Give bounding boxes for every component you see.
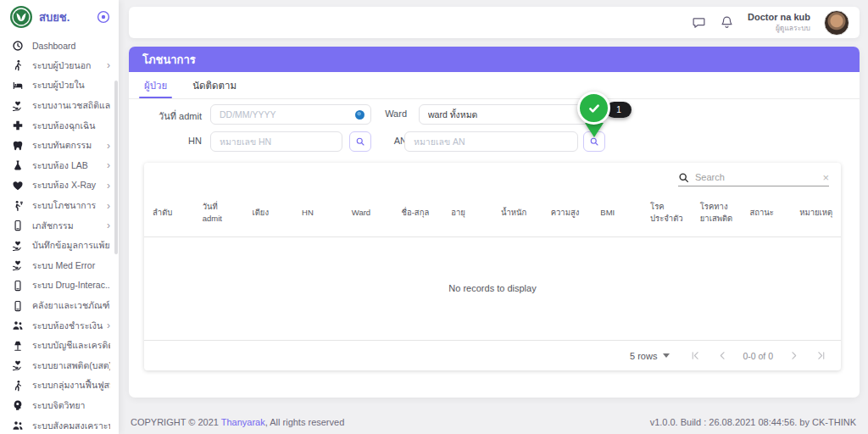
rows-per-page-dropdown[interactable]: 5 rows	[630, 351, 670, 361]
sidebar-toggle-icon[interactable]	[97, 10, 110, 24]
ward-label: Ward	[356, 108, 407, 119]
sidebar-item-label: ระบบโภชนาการ	[32, 198, 103, 213]
column-header: ลำดับ	[144, 190, 194, 236]
sidebar: สบยช. Dashboardระบบผู้ป่วยนอก›ระบบผู้ป่ว…	[0, 0, 119, 434]
admit-date-input[interactable]	[210, 104, 371, 125]
admit-date-label: วันที่ admit	[153, 108, 202, 124]
sidebar-item-social-work[interactable]: ระบบสังคมสงเคราะห์	[0, 415, 119, 434]
walk-icon	[12, 59, 25, 72]
user-avatar[interactable]	[824, 10, 849, 36]
food-icon	[12, 199, 25, 212]
sidebar-item-pharmacy[interactable]: เภสัชกรรม›	[0, 215, 119, 236]
tablet-icon	[12, 279, 25, 292]
topbar: Doctor na kub ผู้ดูแลระบบ	[129, 7, 860, 38]
table-search: ×	[678, 172, 829, 186]
sidebar-item-lab[interactable]: ระบบห้อง LAB›	[0, 156, 119, 176]
an-input[interactable]	[404, 131, 578, 152]
magnifier-icon	[589, 136, 599, 147]
column-header: เตียง	[243, 190, 293, 236]
hn-input[interactable]	[210, 131, 342, 152]
ward-select[interactable]	[419, 104, 599, 125]
user-menu[interactable]: Doctor na kub ผู้ดูแลระบบ	[748, 12, 810, 32]
sidebar-item-cashier[interactable]: ระบบห้องชำระเงิน›	[0, 315, 119, 336]
brand-link[interactable]: สบยช.	[0, 0, 119, 34]
last-page-icon	[815, 350, 826, 361]
copyright-brand-link[interactable]: Thanyarak	[221, 417, 265, 427]
sidebar-item-label: คลังยาและเวชภัณฑ์	[32, 298, 110, 313]
chevron-right-icon: ›	[107, 181, 110, 191]
main-content-card: โภชนาการ ผู้ป่วย นัดติดตาม วันที่ admit …	[129, 47, 860, 398]
sidebar-item-drug-warehouse[interactable]: คลังยาและเวชภัณฑ์	[0, 296, 119, 316]
chevron-right-icon	[788, 350, 799, 361]
chevron-right-icon: ›	[107, 60, 110, 70]
sidebar-item-label: ระบบสังคมสงเคราะห์	[32, 419, 110, 433]
hospital-logo-icon	[10, 6, 32, 28]
notifications-bell-icon[interactable]	[720, 15, 734, 30]
column-header: สถานะ	[741, 190, 791, 236]
sidebar-item-label: ระบบห้องฉุกเฉิน	[32, 119, 110, 133]
sidebar-item-medical-statistics[interactable]: ระบบงานเวชสถิติและ...	[0, 96, 119, 116]
sidebar-scrollbar[interactable]	[114, 81, 118, 254]
chevron-left-icon	[717, 350, 728, 361]
sidebar-item-rehabilitation[interactable]: ระบบกลุ่มงานฟื้นฟูสม...	[0, 376, 119, 396]
column-header: Ward	[343, 190, 393, 236]
sidebar-item-label: บันทึกข้อมูลการแพ้ยา...	[32, 238, 110, 253]
column-header: โรคทางยาเสพติด	[692, 190, 742, 236]
sidebar-item-label: ระบบห้องชำระเงิน	[32, 319, 103, 333]
first-page-button[interactable]	[685, 346, 705, 366]
column-header: อายุ	[442, 190, 492, 236]
last-page-button[interactable]	[810, 346, 831, 366]
table-pagination: 5 rows 0-0 of 0	[144, 341, 841, 370]
sidebar-item-dental[interactable]: ระบบทันตกรรม›	[0, 136, 119, 156]
sidebar-item-psychology[interactable]: ระบบจิตวิทยา	[0, 396, 119, 416]
sidebar-item-label: เภสัชกรรม	[32, 219, 103, 233]
rows-per-page-label: 5 rows	[630, 351, 657, 361]
lamp-icon	[12, 339, 25, 352]
tab-follow-up[interactable]: นัดติดตาม	[191, 72, 238, 98]
sidebar-item-outpatient[interactable]: ระบบผู้ป่วยนอก›	[0, 56, 119, 76]
sidebar-item-inpatient[interactable]: ระบบผู้ป่วยใน	[0, 75, 119, 96]
search-icon	[678, 172, 689, 183]
sidebar-item-narcotics-bst[interactable]: ระบบยาเสพติด(บสต)	[0, 356, 119, 376]
chat-icon[interactable]	[692, 15, 706, 30]
sidebar-item-accounting-credit[interactable]: ระบบบัญชีและเครดิต...	[0, 336, 119, 356]
hn-label: HN	[153, 136, 202, 146]
sidebar-item-drug-interaction[interactable]: ระบบ Drug-Interac...	[0, 275, 119, 296]
column-header: วันที่ admit	[194, 190, 244, 236]
walk-icon	[12, 379, 25, 392]
first-page-icon	[690, 350, 701, 361]
sidebar-item-med-error[interactable]: ระบบ Med Error	[0, 256, 119, 276]
sidebar-item-nutrition[interactable]: ระบบโภชนาการ›	[0, 196, 119, 216]
sidebar-item-xray[interactable]: ระบบห้อง X-Ray›	[0, 175, 119, 196]
sidebar-item-emergency-room[interactable]: ระบบห้องฉุกเฉิน	[0, 115, 119, 136]
hands-icon	[12, 359, 25, 372]
magnifier-icon	[355, 136, 365, 147]
sidebar-item-label: ระบบยาเสพติด(บสต)	[32, 359, 110, 373]
pagination-range: 0-0 of 0	[743, 351, 773, 361]
clear-search-icon[interactable]: ×	[822, 172, 829, 183]
sidebar-item-label: ระบบ Drug-Interac...	[32, 278, 110, 292]
chevron-right-icon: ›	[107, 201, 110, 211]
tablet-icon	[12, 220, 25, 232]
previous-page-button[interactable]	[712, 346, 732, 366]
hands-icon	[12, 259, 25, 272]
brand-title: สบยช.	[39, 8, 97, 26]
dropdown-caret-icon	[663, 353, 670, 358]
sidebar-item-drug-allergy-record[interactable]: บันทึกข้อมูลการแพ้ยา...	[0, 236, 119, 256]
patients-table: ลำดับวันที่ admitเตียงHNWardชื่อ-สกุลอาย…	[144, 190, 841, 237]
column-header: HN	[293, 190, 343, 236]
table-search-input[interactable]	[695, 172, 816, 182]
sidebar-item-label: ระบบ Med Error	[32, 259, 110, 273]
hands-icon	[12, 239, 25, 252]
hands-icon	[12, 99, 25, 112]
sidebar-item-dashboard[interactable]: Dashboard	[0, 36, 119, 56]
table-toolbar: ×	[144, 163, 841, 190]
an-search-button[interactable]	[583, 131, 605, 152]
next-page-button[interactable]	[783, 346, 804, 366]
heart-icon	[12, 179, 25, 192]
tab-label: นัดติดตาม	[192, 78, 236, 93]
tab-patients[interactable]: ผู้ป่วย	[142, 72, 169, 98]
sidebar-item-label: ระบบจิตวิทยา	[32, 398, 110, 413]
user-role: ผู้ดูแลระบบ	[748, 24, 810, 33]
cross-icon	[12, 120, 25, 132]
